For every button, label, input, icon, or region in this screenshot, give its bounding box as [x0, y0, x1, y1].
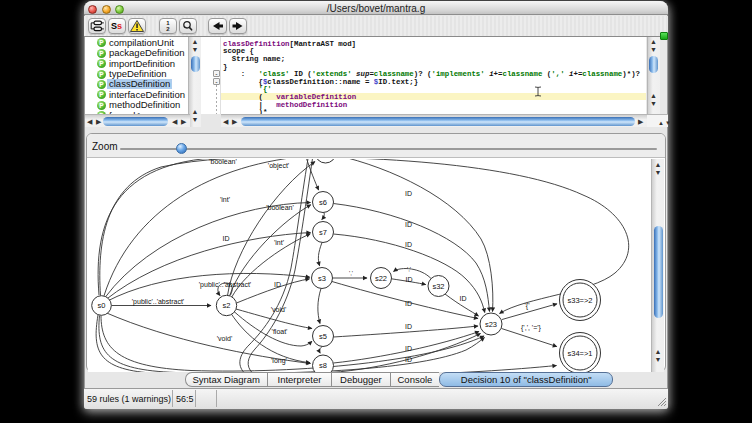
svg-text:ID: ID	[405, 323, 412, 330]
svg-text:ID: ID	[223, 235, 230, 242]
svg-text:ID: ID	[405, 300, 412, 307]
svg-text:s32: s32	[432, 282, 444, 291]
svg-text:'boolean': 'boolean'	[266, 204, 294, 211]
svg-text:ID: ID	[405, 241, 412, 248]
svg-text:'object': 'object'	[268, 162, 289, 170]
svg-text:'float': 'float'	[272, 328, 288, 335]
svg-text:'void': 'void'	[271, 306, 287, 313]
svg-text:s6: s6	[319, 198, 327, 207]
svg-text:s0: s0	[98, 301, 106, 310]
svg-text:s22: s22	[375, 274, 387, 283]
svg-text:ID: ID	[460, 295, 467, 302]
svg-text:s2: s2	[223, 301, 231, 310]
svg-text:s8: s8	[319, 361, 327, 370]
svg-text:s34=>1: s34=>1	[567, 349, 592, 358]
svg-text:ID: ID	[406, 276, 413, 283]
svg-text:'{': '{'	[524, 302, 529, 310]
svg-text:'boolean': 'boolean'	[209, 159, 237, 165]
svg-text:ID: ID	[405, 345, 412, 352]
svg-text:',': ','	[349, 270, 353, 276]
svg-text:s7: s7	[319, 228, 327, 237]
svg-text:'long': 'long'	[271, 357, 287, 365]
svg-text:'public'..'abstract': 'public'..'abstract'	[132, 298, 184, 306]
svg-text:s5: s5	[319, 332, 327, 341]
svg-text:ID: ID	[405, 356, 412, 363]
svg-text:'public'..'abstract': 'public'..'abstract'	[199, 281, 251, 289]
svg-text:'int': 'int'	[274, 239, 284, 246]
svg-text:ID: ID	[405, 190, 412, 197]
svg-text:{',', '='}: {',', '='}	[521, 324, 542, 332]
svg-text:s3: s3	[318, 274, 326, 283]
svg-text:s33=>2: s33=>2	[567, 296, 592, 305]
svg-text:s23: s23	[485, 320, 497, 329]
svg-text:',': ','	[407, 266, 411, 272]
svg-text:'void': 'void'	[217, 335, 233, 342]
svg-text:ID: ID	[405, 221, 412, 228]
svg-text:'int': 'int'	[220, 196, 230, 203]
svg-text:ID: ID	[274, 281, 281, 288]
